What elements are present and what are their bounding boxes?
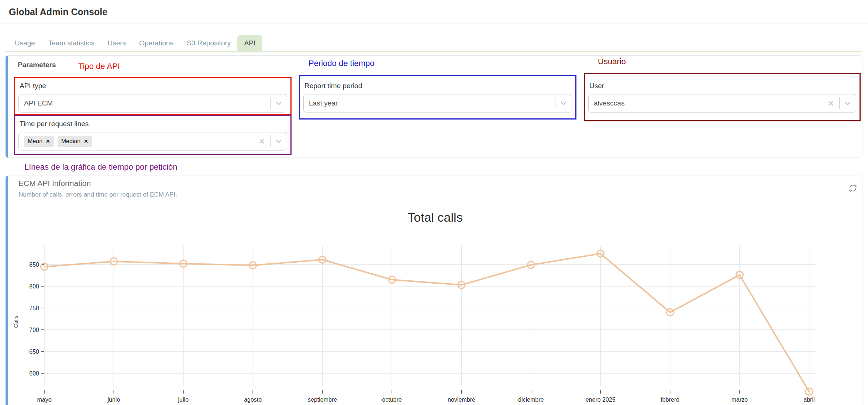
tab-operations[interactable]: Operations [132,35,180,51]
chart-card-subtitle: Number of calls, errors and time per req… [18,191,177,198]
select-divider [839,97,840,109]
svg-text:agosto: agosto [244,397,262,403]
select-divider [270,135,271,147]
page-title: Global Admin Console [9,7,107,17]
svg-text:650: 650 [29,349,39,355]
tag-median[interactable]: Median✕ [58,136,92,147]
svg-text:750: 750 [29,305,39,311]
svg-text:850: 850 [29,262,39,268]
svg-text:noviembre: noviembre [448,397,475,403]
annotation-lineas-grafica: Líneas de la gráfica de tiempo por petic… [24,162,868,172]
svg-text:octubre: octubre [382,397,402,403]
clear-selection-icon[interactable]: ✕ [257,138,266,145]
svg-text:mayo: mayo [37,397,51,403]
annotation-usuario: Usuario [598,57,626,66]
chart-title: Total calls [8,210,862,225]
time-per-request-lines-label: Time per request lines [20,120,287,128]
tab-usage[interactable]: Usage [8,35,42,51]
app-header: Global Admin Console [0,0,868,24]
svg-text:diciembre: diciembre [518,397,544,403]
report-time-period-annotation-box: Report time period Last year [299,75,576,120]
report-time-period-label: Report time period [304,82,572,90]
refresh-icon[interactable] [848,183,858,194]
tab-s3-repository[interactable]: S3 Repository [180,35,237,51]
tag-label: Mean [28,138,42,145]
api-type-annotation-box: API type API ECM [14,77,292,115]
svg-text:febrero: febrero [661,397,679,403]
user-select[interactable]: alvesccas ✕ [588,94,856,112]
chevron-down-icon[interactable] [843,99,852,108]
user-value: alvesccas [594,99,826,107]
svg-text:600: 600 [29,370,39,377]
svg-text:700: 700 [29,327,39,333]
total-calls-line-chart: 850800750700650600mayojuniojulioagostose… [10,242,859,405]
api-type-select[interactable]: API ECM [18,94,287,112]
chevron-down-icon[interactable] [274,99,283,108]
annotation-tipo-de-api: Tipo de API [78,62,120,71]
time-per-request-lines-annotation-box: Time per request lines Mean✕Median✕ ✕ [14,115,292,155]
clear-selection-icon[interactable]: ✕ [826,100,836,107]
svg-text:Calls: Calls [13,315,19,328]
chart-card-title: ECM API Information [18,179,91,188]
svg-text:enero 2025: enero 2025 [586,397,616,403]
parameters-section-title: Parameters [18,61,56,69]
tab-team-statistics[interactable]: Team statistics [42,35,101,51]
svg-text:800: 800 [29,283,39,290]
svg-text:julio: julio [178,397,189,403]
svg-text:marzo: marzo [731,397,748,403]
tab-bar: UsageTeam statisticsUsersOperationsS3 Re… [6,35,862,52]
tab-users[interactable]: Users [101,35,133,51]
chart-card: ECM API Information Number of calls, err… [6,176,862,405]
select-divider [555,97,555,109]
time-lines-tags: Mean✕Median✕ [24,136,257,147]
user-annotation-box: User alvesccas ✕ [584,73,861,121]
annotation-periodo-de-tiempo: Periodo de tiempo [309,59,375,68]
tag-remove-icon[interactable]: ✕ [46,138,50,144]
tag-remove-icon[interactable]: ✕ [84,138,88,144]
chevron-down-icon[interactable] [559,99,568,108]
user-label: User [589,82,856,90]
tag-mean[interactable]: Mean✕ [24,136,54,147]
select-divider [270,97,271,109]
api-type-label: API type [20,82,287,90]
svg-text:abril: abril [803,397,814,403]
report-time-period-value: Last year [309,99,555,107]
svg-text:septiembre: septiembre [308,397,337,403]
parameters-card: Parameters Tipo de API Periodo de tiempo… [6,55,862,158]
api-type-value: API ECM [24,99,270,107]
time-per-request-lines-select[interactable]: Mean✕Median✕ ✕ [18,132,287,150]
svg-text:junio: junio [107,397,120,403]
tag-label: Median [61,138,80,145]
report-time-period-select[interactable]: Last year [303,94,572,112]
chevron-down-icon[interactable] [274,137,283,146]
tab-api[interactable]: API [237,35,262,51]
